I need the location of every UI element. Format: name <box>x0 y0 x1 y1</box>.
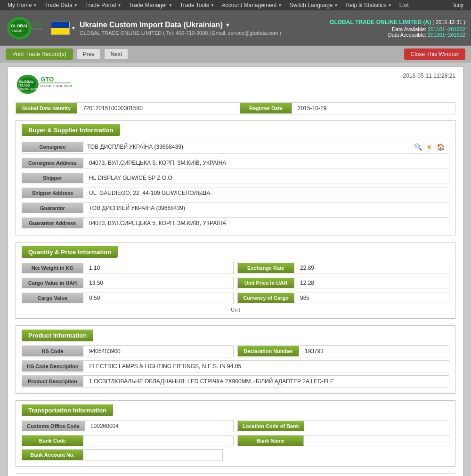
logo-area: GLOBAL TRADE GTO ONLINE <box>6 15 43 41</box>
cargo-value-uah-label: Cargo Value in UAH <box>22 278 83 288</box>
record-header: GLOBAL TRADE ONLINE LIMITED GTO GLOBAL T… <box>16 73 455 97</box>
record-footer: Ukraine Custom Import Data (Ukrainian) 1… <box>16 473 455 476</box>
hs-desc-label: HS Code Description <box>22 361 83 371</box>
header-period: ( 2016-12-31 ) <box>432 19 465 25</box>
transportation-title: Transportation Information <box>22 404 113 416</box>
declaration-number-label: Declaration Number <box>238 346 299 356</box>
global-data-identity-value: 7201201510000301580 <box>77 103 240 114</box>
flag-dropdown-arrow[interactable]: ▼ <box>71 25 76 31</box>
nav-switch-language-arrow: ▼ <box>334 3 338 8</box>
bank-code-value <box>83 438 233 443</box>
exchange-rate-field: Exchange Rate 22.89 <box>237 262 449 274</box>
bank-account-field: Bank Account No. <box>22 449 223 460</box>
cargo-value-uah-value: 13.50 <box>83 277 233 289</box>
consignee-label: Consignee <box>22 142 83 152</box>
flag-blue <box>51 22 69 28</box>
star-icon[interactable]: ★ <box>424 142 434 152</box>
buyer-icons: 🔍 ★ 🏠 <box>413 142 445 152</box>
record-logo: GLOBAL TRADE ONLINE LIMITED GTO GLOBAL T… <box>16 73 72 97</box>
location-bank-label: Location Code of Bank <box>238 421 304 431</box>
consignee-value-area: ТОВ ДИСПЛЕЙ УКРАЇНА (39668439) 🔍 ★ 🏠 <box>83 140 449 153</box>
hs-code-label: HS Code <box>22 346 83 356</box>
shipper-address-row: Shipper Address UL. GAUDIEGO, 22, 44-109… <box>22 187 449 199</box>
shipper-address-value: UL. GAUDIEGO, 22, 44-109 GLIWICEПОЛЬЩА. <box>83 187 449 199</box>
guarantor-address-label: Guarantor Address <box>22 218 83 228</box>
customs-office-field: Customs Office Code 100260004 <box>22 420 234 432</box>
nav-help-statistics[interactable]: Help & Statistics ▼ <box>341 0 395 10</box>
cargo-uah-unit-row: Cargo Value in UAH 13.50 Unit Price in U… <box>22 277 449 289</box>
record-card: GLOBAL TRADE ONLINE LIMITED GTO GLOBAL T… <box>8 66 463 476</box>
bank-name-label: Bank Name <box>238 436 304 446</box>
nav-trade-data[interactable]: Trade Data ▼ <box>41 0 81 10</box>
shipper-address-label: Shipper Address <box>22 188 83 198</box>
guarantor-address-row: Guarantor Address 04073, ВУЛ.СИРЕЦЬКА 5,… <box>22 217 449 229</box>
prev-button-top[interactable]: Prev <box>77 48 101 60</box>
nav-account-management[interactable]: Account Management ▼ <box>218 0 286 10</box>
top-toolbar: Print Trade Record(s) Prev Next Close Th… <box>0 46 471 63</box>
exchange-rate-value: 22.89 <box>294 262 449 274</box>
location-bank-value <box>304 424 449 428</box>
print-button-top[interactable]: Print Trade Record(s) <box>6 48 73 60</box>
next-button-top[interactable]: Next <box>104 48 128 60</box>
guarantor-row: Guarantor ТОВ ДИСПЛЕЙ УКРАЇНА (39668439) <box>22 202 449 214</box>
consignee-value: ТОВ ДИСПЛЕЙ УКРАЇНА (39668439) <box>87 144 183 150</box>
product-desc-row: Product Description 1.ОСВІТЛЮВАЛЬНЕ ОБЛА… <box>22 375 449 387</box>
quantity-price-section: Quantity & Price Information Net Weight … <box>16 242 455 319</box>
svg-text:GTO: GTO <box>41 76 54 83</box>
svg-text:ONLINE: ONLINE <box>32 28 42 31</box>
svg-text:GLOBAL TRADE ONLINE LIMITED: GLOBAL TRADE ONLINE LIMITED <box>40 84 72 88</box>
bank-code-field: Bank Code <box>22 435 234 446</box>
bank-account-row: Bank Account No. <box>22 449 449 460</box>
nav-my-home[interactable]: My Home ▼ <box>4 0 41 10</box>
net-weight-field: Net Weight in KG 1.10 <box>22 262 234 274</box>
title-area: Ukraine Custom Import Data (Ukrainian) ▼… <box>80 21 281 36</box>
product-desc-value: 1.ОСВІТЛЮВАЛЬНЕ ОБЛАДНАННЯ: LED СТРІЧКА … <box>83 376 449 387</box>
nav-exit[interactable]: Exit <box>396 0 413 10</box>
close-button-top[interactable]: Close This Window <box>404 48 465 60</box>
guarantor-label: Guarantor <box>22 203 83 213</box>
consignee-address-label: Consignee Address <box>22 158 83 168</box>
nav-trade-portal-arrow: ▼ <box>117 3 121 8</box>
cargo-value-uah-field: Cargo Value in UAH 13.50 <box>22 277 234 289</box>
product-title: Product Information <box>22 330 93 341</box>
net-weight-exchange-row: Net Weight in KG 1.10 Exchange Rate 22.8… <box>22 262 449 274</box>
data-accessible-row: Data Accessible: 201201~201612 <box>330 32 465 38</box>
svg-text:TRADE: TRADE <box>19 84 30 87</box>
svg-text:TRADE: TRADE <box>10 29 23 33</box>
hs-desc-value: ELECTRIC LAMPS & LIGHTING FITTINGS, N.E.… <box>83 361 449 372</box>
nav-my-home-arrow: ▼ <box>33 3 37 8</box>
flag-area: ▼ <box>51 22 76 35</box>
top-navigation: My Home ▼ Trade Data ▼ Trade Portal ▼ Tr… <box>0 0 471 10</box>
bank-account-label: Bank Account No. <box>22 450 83 460</box>
data-available-link[interactable]: 201101~201602 <box>428 26 465 32</box>
currency-cargo-label: Currency of Cargo <box>238 293 294 303</box>
bank-name-field: Bank Name <box>237 435 449 446</box>
hs-code-field: HS Code 9405403900 <box>22 345 234 357</box>
nav-trade-portal[interactable]: Trade Portal ▼ <box>81 0 125 10</box>
page-title: Ukraine Custom Import Data (Ukrainian) ▼ <box>80 21 281 29</box>
declaration-number-field: Declaration Number 193793 <box>237 345 449 357</box>
search-icon[interactable]: 🔍 <box>413 142 422 152</box>
bank-code-label: Bank Code <box>22 436 83 446</box>
shipper-value: HL DISPLAY GLIWICE SP Z O.O. <box>83 172 449 184</box>
nav-help-statistics-arrow: ▼ <box>388 3 392 8</box>
cargo-value-field: Cargo Value 0.59 <box>22 292 234 304</box>
svg-text:GLOBAL: GLOBAL <box>11 24 29 28</box>
shipper-label: Shipper <box>22 173 83 183</box>
register-date-label: Register Date <box>240 103 292 113</box>
data-accessible-link[interactable]: 201201~201612 <box>428 32 465 38</box>
nav-trade-tools[interactable]: Trade Tools ▼ <box>176 0 218 10</box>
consignee-row: Consignee ТОВ ДИСПЛЕЙ УКРАЇНА (39668439)… <box>22 140 449 154</box>
main-content: GLOBAL TRADE ONLINE LIMITED GTO GLOBAL T… <box>0 63 471 476</box>
currency-cargo-field: Currency of Cargo 985 <box>237 292 449 304</box>
buyer-supplier-title: Buyer & Supplier Information <box>22 124 120 136</box>
hs-declaration-row: HS Code 9405403900 Declaration Number 19… <box>22 345 449 357</box>
nav-trade-manager[interactable]: Trade Manager ▼ <box>125 0 176 10</box>
title-dropdown-arrow[interactable]: ▼ <box>225 22 230 28</box>
bank-name-value <box>304 438 449 443</box>
nav-switch-language[interactable]: Switch Language ▼ <box>285 0 341 10</box>
customs-office-label: Customs Office Code <box>22 421 85 431</box>
cargo-value-label: Cargo Value <box>22 293 83 303</box>
home-icon[interactable]: 🏠 <box>436 142 445 152</box>
global-data-identity-label: Global Data Identity <box>16 103 77 113</box>
